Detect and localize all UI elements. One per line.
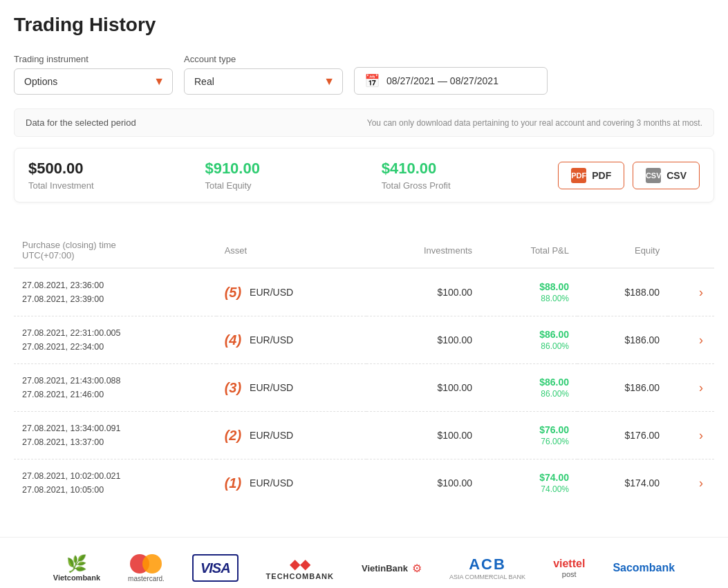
time-cell: 27.08.2021, 23:36:0027.08.2021, 23:39:00: [14, 268, 216, 316]
asset-cell: (1) EUR/USD: [216, 459, 366, 507]
pnl-value: $86.00: [539, 377, 569, 388]
expand-cell: ›: [668, 412, 714, 459]
viettel-logo: viettel post: [553, 554, 585, 582]
filters-row: Trading instrument Options ▼ Account typ…: [14, 50, 714, 95]
asset-cell: (4) EUR/USD: [216, 316, 366, 364]
pnl-percent: 74.00%: [541, 484, 569, 494]
vietinbank-icon: ⚙: [412, 562, 422, 575]
page-container: Trading History Trading instrument Optio…: [0, 0, 728, 588]
row-expand-button[interactable]: ›: [696, 330, 706, 350]
acb-logo: ACB ASIA COMMERCIAL BANK: [449, 554, 525, 582]
table-row: 27.08.2021, 13:34:00.09127.08.2021, 13:3…: [14, 412, 714, 459]
trade-number: (1): [225, 475, 241, 491]
col-pnl: Total P&L: [480, 233, 577, 268]
csv-label: CSV: [666, 170, 687, 181]
total-profit-value: $410.00: [382, 160, 558, 178]
investment-value: $100.00: [437, 477, 472, 489]
techcombank-text: TECHCOMBANK: [266, 572, 334, 580]
investment-cell: $100.00: [366, 412, 480, 459]
info-bar-note: You can only download data pertaining to…: [367, 118, 702, 128]
page-title: Trading History: [14, 14, 714, 36]
vietinbank-text: VietinBank: [362, 563, 408, 573]
pdf-export-button[interactable]: PDF PDF: [558, 162, 624, 189]
acb-text: ACB: [469, 556, 506, 573]
visa-text: VISA: [200, 560, 230, 576]
row-expand-button[interactable]: ›: [696, 426, 706, 446]
pnl-value: $74.00: [539, 472, 569, 483]
acb-subtext: ASIA COMMERCIAL BANK: [449, 573, 525, 580]
equity-value: $188.00: [625, 287, 660, 298]
payment-logos-section: 🌿 Vietcombank mastercard. VISA ◆◆ TECHCO…: [0, 537, 728, 588]
equity-cell: $188.00: [577, 268, 668, 316]
instrument-select[interactable]: Options: [14, 68, 173, 95]
visa-logo: VISA: [192, 554, 239, 582]
table-row: 27.08.2021, 21:43:00.08827.08.2021, 21:4…: [14, 364, 714, 412]
instrument-filter-group: Trading instrument Options ▼: [14, 54, 173, 95]
expand-cell: ›: [668, 364, 714, 412]
asset-name: EUR/USD: [250, 334, 293, 345]
total-investment-label: Total Investment: [28, 180, 205, 191]
summary-row: $500.00 Total Investment $910.00 Total E…: [14, 148, 714, 202]
col-asset: Asset: [216, 233, 366, 268]
viettel-text: viettel: [553, 558, 585, 570]
table-row: 27.08.2021, 10:02:00.02127.08.2021, 10:0…: [14, 459, 714, 507]
row-expand-button[interactable]: ›: [696, 378, 706, 398]
col-equity: Equity: [577, 233, 668, 268]
sacombank-text: Sacombank: [613, 562, 675, 574]
table-section: Purchase (closing) timeUTC(+07:00) Asset…: [14, 233, 714, 506]
investment-value: $100.00: [437, 430, 472, 441]
equity-value: $186.00: [625, 334, 660, 345]
total-profit-label: Total Gross Profit: [382, 180, 558, 191]
expand-cell: ›: [668, 268, 714, 316]
mc-orange-circle: [142, 554, 162, 573]
col-expand: [668, 233, 714, 268]
row-expand-button[interactable]: ›: [696, 473, 706, 493]
investment-value: $100.00: [437, 334, 472, 345]
time-cell: 27.08.2021, 10:02:00.02127.08.2021, 10:0…: [14, 459, 216, 507]
pnl-percent: 76.00%: [541, 437, 569, 446]
expand-cell: ›: [668, 316, 714, 364]
col-time: Purchase (closing) timeUTC(+07:00): [14, 233, 216, 268]
account-select[interactable]: Real: [184, 68, 343, 95]
total-investment-value: $500.00: [28, 160, 205, 178]
table-row: 27.08.2021, 23:36:0027.08.2021, 23:39:00…: [14, 268, 714, 316]
trade-number: (5): [225, 285, 241, 301]
mastercard-text: mastercard.: [128, 575, 165, 582]
asset-cell: (2) EUR/USD: [216, 412, 366, 459]
investment-cell: $100.00: [366, 316, 480, 364]
equity-value: $176.00: [625, 430, 660, 441]
pnl-cell: $74.00 74.00%: [480, 459, 577, 507]
trade-number: (4): [225, 332, 241, 348]
asset-name: EUR/USD: [250, 430, 293, 441]
vietcombank-logo: 🌿 Vietcombank: [53, 554, 100, 582]
vietcombank-text: Vietcombank: [53, 573, 100, 582]
pnl-value: $88.00: [539, 281, 569, 292]
trades-table-body: 27.08.2021, 23:36:0027.08.2021, 23:39:00…: [14, 268, 714, 506]
account-select-wrapper: Real ▼: [184, 68, 343, 95]
asset-cell: (3) EUR/USD: [216, 364, 366, 412]
techcombank-logo: ◆◆ TECHCOMBANK: [266, 554, 334, 582]
investment-cell: $100.00: [366, 364, 480, 412]
row-expand-button[interactable]: ›: [696, 283, 706, 303]
account-label: Account type: [184, 54, 343, 64]
equity-value: $174.00: [625, 477, 660, 489]
techcombank-icon: ◆◆: [290, 556, 310, 572]
trade-number: (2): [225, 428, 241, 444]
asset-name: EUR/USD: [250, 477, 293, 489]
equity-cell: $176.00: [577, 412, 668, 459]
date-picker[interactable]: 📅 08/27/2021 — 08/27/2021: [354, 67, 548, 95]
equity-cell: $186.00: [577, 316, 668, 364]
pnl-percent: 86.00%: [541, 341, 569, 351]
asset-name: EUR/USD: [250, 287, 293, 298]
calendar-icon: 📅: [364, 73, 380, 88]
account-filter-group: Account type Real ▼: [184, 54, 343, 95]
csv-export-button[interactable]: CSV CSV: [633, 162, 700, 189]
investment-value: $100.00: [437, 382, 472, 393]
vietinbank-logo: VietinBank ⚙: [362, 554, 422, 582]
export-buttons: PDF PDF CSV CSV: [558, 162, 700, 189]
total-equity-item: $910.00 Total Equity: [205, 160, 381, 191]
investment-cell: $100.00: [366, 459, 480, 507]
pnl-value: $76.00: [539, 424, 569, 435]
col-investments: Investments: [366, 233, 480, 268]
pnl-value: $86.00: [539, 329, 569, 340]
